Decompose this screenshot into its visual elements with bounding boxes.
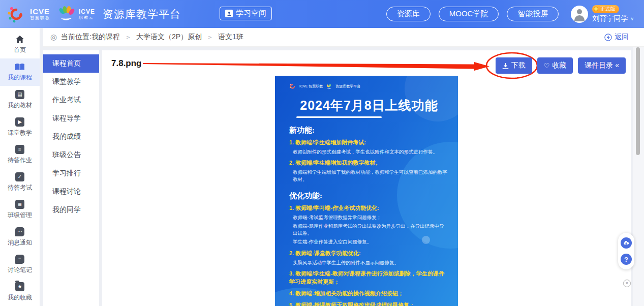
course-menu-my-grades[interactable]: 我的成绩 bbox=[43, 128, 99, 146]
action-buttons: 下载 ♡ 收藏 课件目录 « bbox=[496, 57, 626, 74]
heart-icon: ♡ bbox=[544, 62, 550, 70]
sidebar-item-classroom-teaching[interactable]: ▶ 课堂教学 bbox=[0, 113, 40, 141]
breadcrumb-separator: ＞ bbox=[207, 33, 213, 42]
sidebar-item-my-textbooks[interactable]: ▤ 我的教材 bbox=[0, 86, 40, 113]
medal-icon bbox=[594, 7, 598, 11]
avatar[interactable] bbox=[571, 6, 588, 23]
favorite-button[interactable]: ♡ 收藏 bbox=[537, 57, 573, 74]
course-menu-course-guide[interactable]: 课程导学 bbox=[43, 109, 99, 128]
class-manage-icon: ≣ bbox=[15, 200, 24, 209]
poster-section-optimizations: 优化功能: 1. 教师端/学习端-作业考试功能优化: 教师端-考试监考管理数据异… bbox=[289, 191, 449, 306]
user-menu[interactable]: 正式版 刘育宁同学∨ bbox=[571, 5, 634, 23]
course-menu-home[interactable]: 课程首页 bbox=[43, 54, 99, 73]
nav-resource-library-button[interactable]: 资源库 bbox=[386, 7, 431, 21]
poster-logo-text1: ICVE 智慧职教 bbox=[299, 84, 323, 89]
poster-title: 2024年7月8日上线功能 bbox=[289, 97, 449, 118]
sidebar-item-class-management[interactable]: ≣ 班级管理 bbox=[0, 196, 40, 223]
left-sidebar: 首页 我的课程 ▤ 我的教材 ▶ 课堂教学 ≡ 待答作业 ✓ 待答考试 bbox=[0, 28, 40, 306]
course-menu-homework-exams[interactable]: 作业考试 bbox=[43, 91, 99, 109]
cloud-download-icon[interactable] bbox=[621, 237, 632, 249]
collapse-icon[interactable]: × bbox=[623, 280, 631, 287]
icve-zhijiaoyun-logo-icon bbox=[57, 5, 75, 23]
sidebar-item-message-notifications[interactable]: ··· 消息通知 bbox=[0, 223, 40, 251]
breadcrumb-label: 当前位置: bbox=[61, 33, 91, 42]
breadcrumb-course[interactable]: 大学语文（2P）原创 bbox=[136, 33, 202, 42]
study-space-button[interactable]: 学习空间 bbox=[220, 7, 272, 20]
textbook-icon: ▤ bbox=[15, 90, 24, 99]
logo1-subtitle: 智慧职教 bbox=[30, 16, 50, 20]
poster-logo-text2: 资源库教学平台 bbox=[335, 84, 360, 89]
sidebar-item-my-courses[interactable]: 我的课程 bbox=[0, 58, 40, 86]
content-panel: 7.8.png 下载 ♡ 收藏 课件目录 « bbox=[102, 50, 631, 306]
location-icon: ◎ bbox=[50, 33, 57, 42]
nav-smart-cast-button[interactable]: 智能投屏 bbox=[507, 7, 559, 21]
study-space-icon bbox=[225, 10, 233, 17]
icve-zhihuizhijiao-logo-icon bbox=[7, 5, 26, 24]
logo2-subtitle: 职教云 bbox=[79, 16, 95, 20]
file-title: 7.8.png bbox=[111, 58, 142, 69]
open-book-icon bbox=[15, 63, 25, 71]
play-icon: ▶ bbox=[15, 117, 24, 127]
notes-icon: ≡ bbox=[15, 255, 24, 264]
download-icon bbox=[502, 63, 509, 69]
platform-title: 资源库教学平台 bbox=[103, 7, 181, 21]
course-menu-course-discussion[interactable]: 课程讨论 bbox=[43, 182, 99, 201]
edition-badge: 正式版 bbox=[592, 5, 619, 13]
header-right: 资源库 MOOC学院 智能投屏 正式版 刘育宁同学∨ bbox=[386, 5, 634, 23]
title-underline bbox=[296, 116, 382, 118]
scrollbar-thumb[interactable] bbox=[636, 47, 640, 155]
homework-icon: ≡ bbox=[15, 145, 24, 154]
course-menu-my-classmates[interactable]: 我的同学 bbox=[43, 201, 99, 219]
poster-logos: ICVE 智慧职教 资源库教学平台 bbox=[289, 83, 449, 90]
poster-icve-logo-icon bbox=[289, 83, 296, 90]
back-icon bbox=[604, 34, 612, 41]
sidebar-item-home[interactable]: 首页 bbox=[0, 31, 40, 58]
sidebar-item-my-favorites[interactable]: ★ 我的收藏 bbox=[0, 278, 40, 305]
sidebar-item-pending-exams[interactable]: ✓ 待答考试 bbox=[0, 168, 40, 196]
breadcrumb-my-courses[interactable]: 我的课程 bbox=[91, 33, 120, 42]
breadcrumb-separator: ＞ bbox=[125, 33, 131, 42]
logo1-title: ICVE bbox=[30, 8, 50, 15]
sidebar-item-discussion-notes[interactable]: ≡ 讨论笔记 bbox=[0, 251, 40, 278]
chevron-down-icon: ∨ bbox=[630, 16, 634, 21]
course-menu-learning-ranking[interactable]: 学习排行 bbox=[43, 164, 99, 182]
floating-toolbar: ? bbox=[618, 233, 634, 269]
message-icon: ··· bbox=[15, 227, 24, 236]
poster-zhijiaoyun-logo-icon bbox=[326, 83, 332, 90]
exam-icon: ✓ bbox=[15, 172, 24, 181]
star-folder-icon: ★ bbox=[15, 282, 24, 291]
brand: ICVE 智慧职教 ICVE 职教云 资源库教学平台 bbox=[7, 5, 181, 24]
back-button[interactable]: 返回 bbox=[604, 33, 629, 42]
breadcrumb-class[interactable]: 语文1班 bbox=[218, 33, 243, 42]
help-icon[interactable]: ? bbox=[621, 254, 632, 265]
breadcrumb: ◎ 当前位置:我的课程 ＞ 大学语文（2P）原创 ＞ 语文1班 返回 bbox=[43, 28, 644, 47]
top-header: ICVE 智慧职教 ICVE 职教云 资源库教学平台 学习空间 资 bbox=[0, 0, 644, 28]
courseware-catalog-button[interactable]: 课件目录 « bbox=[578, 57, 626, 74]
sidebar-item-pending-homework[interactable]: ≡ 待答作业 bbox=[0, 141, 40, 168]
course-menu-classroom-teaching[interactable]: 课堂教学 bbox=[43, 73, 99, 91]
study-space-label: 学习空间 bbox=[236, 9, 266, 18]
course-menu: 课程首页 课堂教学 作业考试 课程导学 我的成绩 班级公告 学习排行 课程讨论 … bbox=[43, 50, 99, 306]
poster-section-new-features: 新功能: 1. 教师端/学生端增加附件考试: 教师以附件的形式创建考试，学生也以… bbox=[289, 126, 449, 183]
download-button[interactable]: 下载 bbox=[496, 57, 532, 74]
course-menu-class-announcements[interactable]: 班级公告 bbox=[43, 146, 99, 164]
user-name: 刘育宁同学 bbox=[592, 14, 628, 23]
nav-mooc-college-button[interactable]: MOOC学院 bbox=[439, 7, 499, 21]
poster-image: ICVE 智慧职教 资源库教学平台 2024年7月8日上线功能 新功能: 1. … bbox=[275, 76, 458, 306]
app-window: ICVE 智慧职教 ICVE 职教云 资源库教学平台 学习空间 资 bbox=[0, 0, 644, 306]
home-icon bbox=[15, 35, 24, 44]
logo2-title: ICVE bbox=[79, 9, 95, 15]
